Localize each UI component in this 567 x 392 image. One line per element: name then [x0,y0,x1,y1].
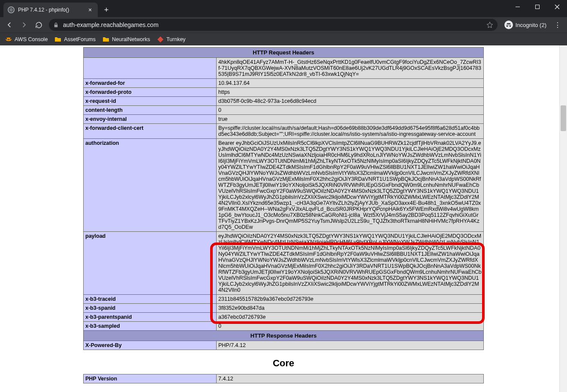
address-bar[interactable]: auth-example.reachablegames.com [49,19,498,31]
back-button[interactable] [3,18,16,32]
window-controls [508,0,567,14]
reload-button[interactable] [32,18,45,32]
forward-button[interactable] [17,18,31,32]
svg-rect-2 [536,5,540,9]
turnkey-icon [157,36,164,43]
close-window-button[interactable] [547,0,567,14]
url-text: auth-example.reachablegames.com [63,21,483,28]
incognito-icon [504,21,513,29]
browser-toolbar: auth-example.reachablegames.com Incognit… [0,17,567,33]
new-tab-button[interactable]: + [100,4,112,16]
bookmark-assetforums[interactable]: AssetForums [53,35,97,44]
maximize-button[interactable] [528,0,547,14]
bookmark-aws-console[interactable]: AWS Console [3,35,49,44]
bookmark-turnkey[interactable]: Turnkey [155,35,187,44]
incognito-badge[interactable]: Incognito (2) [501,21,550,29]
incognito-label: Incognito (2) [516,22,546,28]
browser-tab[interactable]: PHP 7.4.12 - phpinfo() × [3,3,98,17]
window-titlebar: PHP 7.4.12 - phpinfo() × + [0,0,567,17]
bookmarks-bar: AWS Console AssetForums NeuralNetworks T… [0,33,567,45]
folder-icon [103,36,109,43]
bookmark-label: NeuralNetworks [112,36,150,42]
globe-icon [8,6,15,13]
minimize-button[interactable] [508,0,528,14]
lock-icon [53,22,59,28]
tab-title: PHP 7.4.12 - phpinfo() [18,7,87,13]
bookmark-label: Turnkey [166,36,186,42]
bookmark-label: AWS Console [15,36,48,42]
bookmark-neuralnetworks[interactable]: NeuralNetworks [101,35,152,44]
bookmark-label: AssetForums [64,36,96,42]
star-icon[interactable] [486,21,493,28]
folder-icon [54,36,61,43]
close-icon[interactable]: × [87,7,93,13]
aws-icon [5,36,12,43]
menu-button[interactable]: ⋮ [551,21,564,29]
